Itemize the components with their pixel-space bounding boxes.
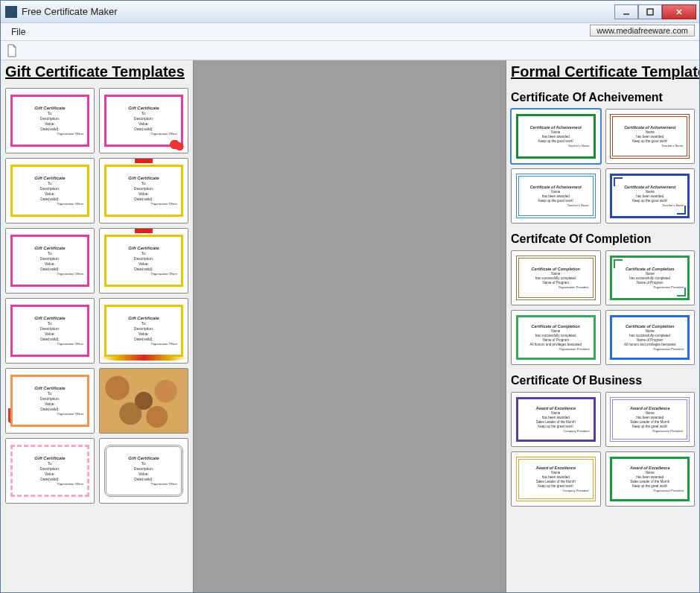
formal-template-thumb[interactable]: Certificate of Completion Name has succe…: [511, 250, 601, 305]
app-title: Free Certificate Maker: [22, 6, 614, 17]
formal-template-thumb[interactable]: Certificate of Completion Name has succe…: [605, 310, 696, 365]
new-document-icon[interactable]: [5, 44, 19, 57]
menu-file[interactable]: File: [5, 25, 31, 39]
formal-template-thumb[interactable]: Award of Excellence Name has been awarde…: [605, 451, 696, 507]
formal-template-thumb[interactable]: Award of Excellence Name has been awarde…: [511, 392, 601, 447]
gift-template-thumb[interactable]: Gift Certificate To: Description: Value:…: [5, 298, 95, 364]
close-button[interactable]: [662, 4, 696, 19]
formal-template-thumb[interactable]: Certificate of Acheivement Name has been…: [605, 109, 696, 164]
formal-template-thumb[interactable]: Certificate of Acheivement Name has been…: [511, 168, 601, 223]
gift-template-thumb[interactable]: Gift Certificate To: Description: Value:…: [99, 438, 188, 504]
workspace: Gift Certificate Templates Gift Certific…: [1, 60, 699, 592]
titlebar: Free Certificate Maker: [1, 1, 699, 23]
gift-template-thumb[interactable]: Gift Certificate To: Description: Value:…: [5, 228, 95, 294]
minimize-button[interactable]: [614, 4, 638, 19]
achievement-grid: Certificate of Acheivement Name has been…: [506, 109, 699, 229]
section-achievement: Certificate Of Acheivement: [506, 88, 699, 109]
formal-template-thumb[interactable]: Certificate of Completion Name has succe…: [511, 310, 601, 365]
formal-template-thumb[interactable]: Award of Excellence Name has been awarde…: [511, 451, 601, 507]
gift-template-thumb[interactable]: Gift Certificate To: Description: Value:…: [99, 298, 188, 364]
app-window: Free Certificate Maker File www.mediafre…: [0, 0, 700, 593]
formal-template-thumb[interactable]: Certificate of Acheivement Name has been…: [605, 168, 696, 223]
menubar: File www.mediafreeware.com: [1, 23, 699, 41]
gift-template-thumb[interactable]: Gift Certificate To: Description: Value:…: [5, 438, 95, 504]
business-grid: Award of Excellence Name has been awarde…: [506, 392, 699, 513]
right-panel-title: Formal Certificate Templates: [506, 60, 699, 88]
gift-template-thumb[interactable]: Gift Certificate To: Description: Value:…: [5, 368, 95, 434]
gift-template-thumb[interactable]: Gift Certificate To: Description: Value:…: [99, 228, 188, 294]
left-panel-title: Gift Certificate Templates: [1, 60, 193, 88]
formal-template-thumb[interactable]: Certificate of Acheivement Name has been…: [511, 109, 601, 164]
formal-template-thumb[interactable]: Certificate of Completion Name has succe…: [605, 250, 696, 305]
svg-rect-0: [647, 9, 653, 15]
gift-template-grid: Gift Certificate To: Description: Value:…: [1, 88, 193, 510]
window-buttons: [614, 4, 696, 19]
website-link-button[interactable]: www.mediafreeware.com: [590, 25, 695, 37]
gift-template-thumb[interactable]: Gift Certificate To: Description: Value:…: [5, 158, 95, 223]
left-panel: Gift Certificate Templates Gift Certific…: [1, 60, 194, 592]
app-icon: [5, 6, 17, 18]
section-completion: Certifcate Of Completion: [506, 229, 699, 250]
section-business: Certificate Of Business: [506, 371, 699, 392]
right-panel: Formal Certificate Templates Certificate…: [506, 60, 699, 592]
toolbar: [1, 41, 699, 60]
canvas-area: [194, 60, 506, 592]
formal-template-thumb[interactable]: Award of Excellence Name has been awarde…: [605, 392, 696, 447]
gift-template-thumb[interactable]: Gift Certificate To: Description: Value:…: [5, 88, 95, 153]
gift-template-thumb[interactable]: [99, 368, 188, 434]
gift-template-thumb[interactable]: Gift Certificate To: Description: Value:…: [99, 158, 188, 223]
maximize-button[interactable]: [638, 4, 662, 19]
gift-template-thumb[interactable]: Gift Certificate To: Description: Value:…: [99, 88, 188, 153]
completion-grid: Certificate of Completion Name has succe…: [506, 250, 699, 371]
